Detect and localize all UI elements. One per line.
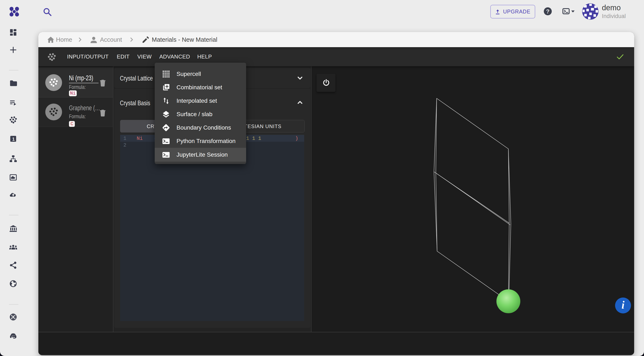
svg-text:1: 1	[12, 136, 15, 142]
